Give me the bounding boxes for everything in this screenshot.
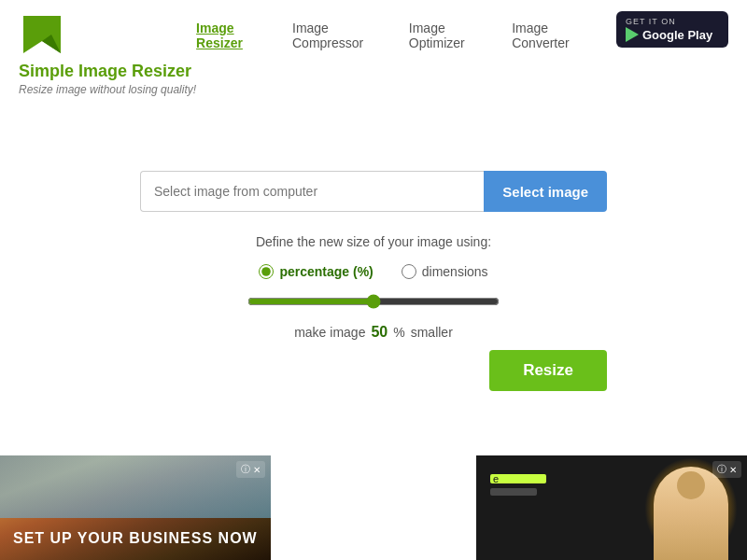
slider-container <box>247 294 500 309</box>
size-slider[interactable] <box>247 294 500 309</box>
radio-dimensions-option[interactable]: dimensions <box>402 264 488 279</box>
ad-right-badge[interactable]: ⓘ ✕ <box>712 461 741 478</box>
resize-button-row: Resize <box>140 350 607 391</box>
resize-button[interactable]: Resize <box>489 350 607 391</box>
logo-title: Simple Image Resizer <box>19 62 196 81</box>
ad-right-close[interactable]: ✕ <box>729 465 737 475</box>
file-path-input[interactable] <box>140 171 484 212</box>
file-input-row: Select image <box>140 171 607 212</box>
define-size-text: Define the new size of your image using: <box>256 234 491 249</box>
nav-image-resizer[interactable]: Image Resizer <box>196 21 274 50</box>
ad-left: SET UP YOUR BUSINESS NOW ⓘ ✕ <box>0 455 271 560</box>
ad-left-info[interactable]: ⓘ <box>241 463 250 476</box>
gp-google-play-label: Google Play <box>626 27 712 42</box>
google-play-badge[interactable]: GET IT ON Google Play <box>616 11 728 48</box>
ad-gap <box>271 455 476 560</box>
radio-percentage-option[interactable]: percentage (%) <box>259 264 373 279</box>
ad-right-info[interactable]: ⓘ <box>717 463 726 476</box>
logo-icon <box>19 11 65 58</box>
header: Simple Image Resizer Resize image withou… <box>0 0 747 96</box>
ad-left-badge[interactable]: ⓘ ✕ <box>236 461 265 478</box>
make-image-row: make image 50 % smaller <box>294 324 453 341</box>
ad-right: ⓘ ✕ e <box>476 455 747 560</box>
main-content: Select image Define the new size of your… <box>0 171 747 391</box>
logo-row <box>19 11 196 58</box>
percentage-value: 50 <box>371 324 388 341</box>
percent-symbol: % <box>393 325 404 340</box>
radio-dimensions-label: dimensions <box>422 264 488 279</box>
nav-image-converter[interactable]: Image Converter <box>512 21 598 50</box>
make-image-suffix: smaller <box>411 325 453 340</box>
radio-dimensions-input[interactable] <box>402 264 416 279</box>
radio-percentage-label: percentage (%) <box>279 264 373 279</box>
nav-image-optimizer[interactable]: Image Optimizer <box>409 21 493 50</box>
gp-get-it-on: GET IT ON <box>626 17 676 26</box>
make-image-prefix: make image <box>294 325 365 340</box>
radio-group: percentage (%) dimensions <box>259 264 487 279</box>
gp-play-icon <box>626 27 639 42</box>
nav-image-compressor[interactable]: Image Compressor <box>292 21 390 50</box>
ad-left-text: SET UP YOUR BUSINESS NOW <box>13 530 258 547</box>
radio-percentage-input[interactable] <box>259 264 274 279</box>
ad-left-close[interactable]: ✕ <box>253 465 261 475</box>
logo-subtitle: Resize image without losing quality! <box>19 83 196 96</box>
logo-area: Simple Image Resizer Resize image withou… <box>19 11 196 96</box>
select-image-button[interactable]: Select image <box>484 171 607 212</box>
options-section: Define the new size of your image using:… <box>247 234 500 341</box>
ad-row: SET UP YOUR BUSINESS NOW ⓘ ✕ ⓘ ✕ e <box>0 455 747 560</box>
nav: Image Resizer Image Compressor Image Opt… <box>196 11 598 50</box>
